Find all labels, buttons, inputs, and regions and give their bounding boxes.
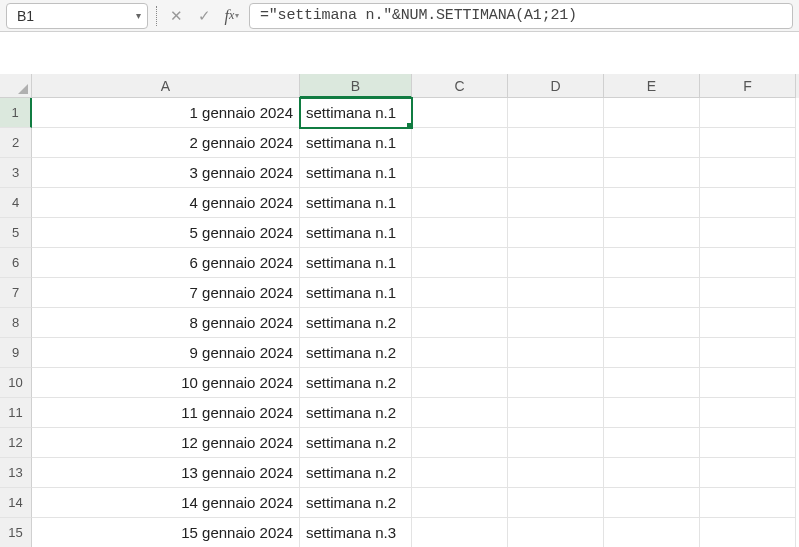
cell-B4[interactable]: settimana n.1 — [300, 188, 412, 218]
cell-D12[interactable] — [508, 428, 604, 458]
cell-B10[interactable]: settimana n.2 — [300, 368, 412, 398]
cell-A14[interactable]: 14 gennaio 2024 — [32, 488, 300, 518]
cell-D1[interactable] — [508, 98, 604, 128]
cell-F4[interactable] — [700, 188, 796, 218]
accept-icon[interactable]: ✓ — [193, 5, 215, 27]
cell-D8[interactable] — [508, 308, 604, 338]
row-header[interactable]: 2 — [0, 128, 32, 158]
cell-B7[interactable]: settimana n.1 — [300, 278, 412, 308]
cell-E9[interactable] — [604, 338, 700, 368]
cell-D11[interactable] — [508, 398, 604, 428]
cell-B8[interactable]: settimana n.2 — [300, 308, 412, 338]
cell-D15[interactable] — [508, 518, 604, 547]
cell-C4[interactable] — [412, 188, 508, 218]
cell-C15[interactable] — [412, 518, 508, 547]
cell-F15[interactable] — [700, 518, 796, 547]
cell-D9[interactable] — [508, 338, 604, 368]
cell-F7[interactable] — [700, 278, 796, 308]
name-box[interactable]: B1 ▾ — [6, 3, 148, 29]
row-header[interactable]: 9 — [0, 338, 32, 368]
cell-A4[interactable]: 4 gennaio 2024 — [32, 188, 300, 218]
cell-C14[interactable] — [412, 488, 508, 518]
cell-F2[interactable] — [700, 128, 796, 158]
cell-E15[interactable] — [604, 518, 700, 547]
cell-D7[interactable] — [508, 278, 604, 308]
column-header-E[interactable]: E — [604, 74, 700, 98]
cell-D14[interactable] — [508, 488, 604, 518]
cell-F13[interactable] — [700, 458, 796, 488]
cell-E8[interactable] — [604, 308, 700, 338]
cell-A2[interactable]: 2 gennaio 2024 — [32, 128, 300, 158]
cell-A12[interactable]: 12 gennaio 2024 — [32, 428, 300, 458]
cell-D13[interactable] — [508, 458, 604, 488]
cell-E3[interactable] — [604, 158, 700, 188]
cell-E13[interactable] — [604, 458, 700, 488]
cell-B15[interactable]: settimana n.3 — [300, 518, 412, 547]
cell-E11[interactable] — [604, 398, 700, 428]
cell-F5[interactable] — [700, 218, 796, 248]
cell-B3[interactable]: settimana n.1 — [300, 158, 412, 188]
cell-E2[interactable] — [604, 128, 700, 158]
column-header-D[interactable]: D — [508, 74, 604, 98]
cell-D3[interactable] — [508, 158, 604, 188]
column-header-C[interactable]: C — [412, 74, 508, 98]
cell-B2[interactable]: settimana n.1 — [300, 128, 412, 158]
cell-C3[interactable] — [412, 158, 508, 188]
cell-D2[interactable] — [508, 128, 604, 158]
cell-C10[interactable] — [412, 368, 508, 398]
row-header[interactable]: 5 — [0, 218, 32, 248]
column-header-B[interactable]: B — [300, 74, 412, 98]
cell-E1[interactable] — [604, 98, 700, 128]
cell-C8[interactable] — [412, 308, 508, 338]
cell-F12[interactable] — [700, 428, 796, 458]
cell-E5[interactable] — [604, 218, 700, 248]
row-header[interactable]: 8 — [0, 308, 32, 338]
cell-F11[interactable] — [700, 398, 796, 428]
cancel-icon[interactable]: ✕ — [165, 5, 187, 27]
cell-D4[interactable] — [508, 188, 604, 218]
cell-A11[interactable]: 11 gennaio 2024 — [32, 398, 300, 428]
cell-B13[interactable]: settimana n.2 — [300, 458, 412, 488]
cell-C7[interactable] — [412, 278, 508, 308]
cell-A7[interactable]: 7 gennaio 2024 — [32, 278, 300, 308]
cell-A10[interactable]: 10 gennaio 2024 — [32, 368, 300, 398]
fx-icon[interactable]: fx▾ — [221, 5, 243, 27]
cell-B5[interactable]: settimana n.1 — [300, 218, 412, 248]
cell-D6[interactable] — [508, 248, 604, 278]
cell-A5[interactable]: 5 gennaio 2024 — [32, 218, 300, 248]
cell-A6[interactable]: 6 gennaio 2024 — [32, 248, 300, 278]
cell-B14[interactable]: settimana n.2 — [300, 488, 412, 518]
cell-A15[interactable]: 15 gennaio 2024 — [32, 518, 300, 547]
cell-A3[interactable]: 3 gennaio 2024 — [32, 158, 300, 188]
row-header[interactable]: 6 — [0, 248, 32, 278]
cell-A1[interactable]: 1 gennaio 2024 — [32, 98, 300, 128]
cell-B9[interactable]: settimana n.2 — [300, 338, 412, 368]
select-all-corner[interactable] — [0, 74, 32, 98]
cell-C9[interactable] — [412, 338, 508, 368]
row-header[interactable]: 1 — [0, 98, 32, 128]
cell-F10[interactable] — [700, 368, 796, 398]
cell-E4[interactable] — [604, 188, 700, 218]
cell-F8[interactable] — [700, 308, 796, 338]
row-header[interactable]: 13 — [0, 458, 32, 488]
cell-C2[interactable] — [412, 128, 508, 158]
row-header[interactable]: 4 — [0, 188, 32, 218]
cell-C5[interactable] — [412, 218, 508, 248]
cell-E10[interactable] — [604, 368, 700, 398]
row-header[interactable]: 3 — [0, 158, 32, 188]
cell-D10[interactable] — [508, 368, 604, 398]
cell-A9[interactable]: 9 gennaio 2024 — [32, 338, 300, 368]
cell-A8[interactable]: 8 gennaio 2024 — [32, 308, 300, 338]
cell-B6[interactable]: settimana n.1 — [300, 248, 412, 278]
cell-E12[interactable] — [604, 428, 700, 458]
cell-B11[interactable]: settimana n.2 — [300, 398, 412, 428]
cell-C6[interactable] — [412, 248, 508, 278]
cell-F6[interactable] — [700, 248, 796, 278]
row-header[interactable]: 10 — [0, 368, 32, 398]
cell-B12[interactable]: settimana n.2 — [300, 428, 412, 458]
cell-B1[interactable]: settimana n.1 — [300, 98, 412, 128]
column-header-A[interactable]: A — [32, 74, 300, 98]
row-header[interactable]: 12 — [0, 428, 32, 458]
cell-E6[interactable] — [604, 248, 700, 278]
cell-D5[interactable] — [508, 218, 604, 248]
